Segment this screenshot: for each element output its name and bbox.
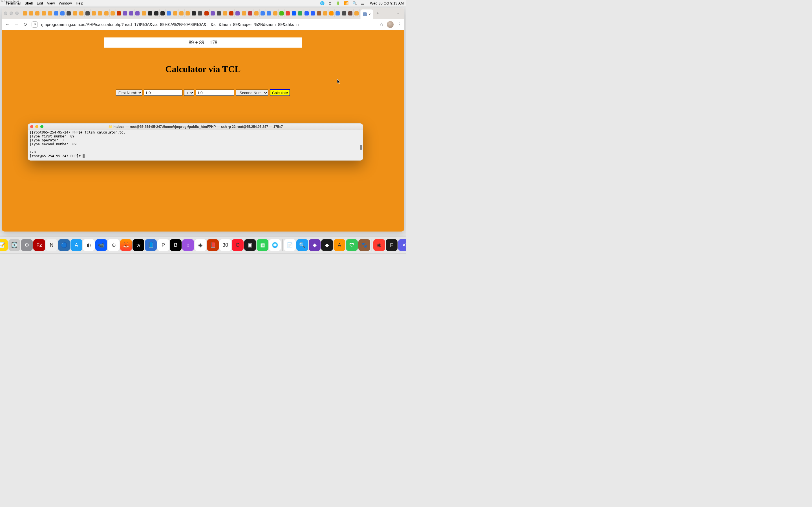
dock-app18[interactable]: ◉ (373, 239, 385, 251)
dock-app6[interactable]: 📘 (145, 239, 157, 251)
background-tab[interactable] (203, 9, 209, 17)
background-tab[interactable] (135, 9, 141, 17)
second-number-input[interactable] (196, 90, 234, 96)
datetime[interactable]: Wed 30 Oct 9:13 AM (370, 1, 404, 5)
dock-podcast[interactable]: 🎙 (182, 239, 194, 251)
close-icon[interactable] (4, 11, 7, 15)
background-tab[interactable] (222, 9, 229, 17)
terminal-scrollbar[interactable] (360, 145, 362, 150)
background-tab[interactable] (354, 9, 360, 17)
browser-menu-icon[interactable]: ⋮ (397, 22, 402, 27)
dock-app12[interactable]: 🔍 (296, 239, 308, 251)
dock-app13[interactable]: ◆ (309, 239, 320, 251)
dock-numbers[interactable]: ▦ (257, 239, 268, 251)
menu-shell[interactable]: Shell (24, 1, 33, 5)
background-tab[interactable] (53, 9, 59, 17)
background-tab[interactable] (97, 9, 103, 17)
maximize-icon[interactable] (15, 11, 18, 15)
second-number-label-select[interactable]: :Second Number (236, 90, 268, 96)
profile-avatar[interactable] (387, 21, 394, 28)
background-tab[interactable] (172, 9, 179, 17)
dock-notes[interactable]: 📝 (0, 239, 8, 251)
dock-app14[interactable]: ◆ (321, 239, 333, 251)
background-tab[interactable] (91, 9, 97, 17)
background-tab[interactable] (260, 9, 266, 17)
background-tab[interactable] (247, 9, 253, 17)
background-tab[interactable] (110, 9, 116, 17)
dock-app15[interactable]: A (334, 239, 345, 251)
first-number-label-select[interactable]: First Number: (116, 90, 142, 96)
background-tab[interactable] (72, 9, 79, 17)
background-tab[interactable] (347, 9, 354, 17)
dock-app16[interactable]: 🛡 (346, 239, 358, 251)
dock-firefox[interactable]: 🦊 (120, 239, 132, 251)
background-tab[interactable] (147, 9, 153, 17)
bookmark-star-icon[interactable]: ☆ (379, 22, 384, 27)
background-tab[interactable] (41, 9, 47, 17)
background-tab[interactable] (229, 9, 235, 17)
dock-textedit[interactable]: 📄 (284, 239, 296, 251)
spotlight-icon[interactable]: 🔍 (352, 1, 357, 5)
dock-appstore[interactable]: A (70, 239, 82, 251)
background-tab[interactable] (185, 9, 191, 17)
background-tab[interactable] (235, 9, 241, 17)
background-tab[interactable] (278, 9, 285, 17)
globe-icon[interactable]: 🌐 (320, 1, 324, 5)
background-tab[interactable] (335, 9, 341, 17)
dock-chrome[interactable]: 🌐 (269, 239, 281, 251)
minimize-icon[interactable] (10, 11, 13, 15)
tab-close-icon[interactable]: × (368, 12, 371, 16)
background-tab[interactable] (210, 9, 216, 17)
wifi-icon[interactable]: 📶 (344, 1, 349, 5)
dock-filezilla[interactable]: Fz (33, 239, 45, 251)
terminal-titlebar[interactable]: 📁 htdocs — root@65-254-95-247:/home/rjmp… (28, 124, 363, 130)
dock-app3[interactable]: 🔵 (58, 239, 70, 251)
menu-view[interactable]: View (47, 1, 55, 5)
menu-help[interactable]: Help (76, 1, 84, 5)
play-icon[interactable]: ⊙ (328, 1, 332, 5)
dock-opera[interactable]: O (232, 239, 244, 251)
background-tab[interactable] (285, 9, 291, 17)
background-tab[interactable] (191, 9, 197, 17)
dock-diskutil[interactable]: 💽 (8, 239, 20, 251)
background-tab[interactable] (197, 9, 203, 17)
background-tab[interactable] (166, 9, 172, 17)
background-tab[interactable] (128, 9, 135, 17)
dock-app10[interactable]: 📕 (207, 239, 219, 251)
url-field[interactable]: rjmprogramming.com.au/PHP/calculator.php… (41, 22, 376, 27)
background-tab[interactable] (66, 9, 72, 17)
background-tab[interactable] (322, 9, 328, 17)
active-tab[interactable]: × (360, 9, 373, 19)
background-tab[interactable] (316, 9, 322, 17)
dock-app4[interactable]: ◐ (83, 239, 95, 251)
background-tab[interactable] (79, 9, 85, 17)
background-tab[interactable] (47, 9, 53, 17)
background-tab[interactable] (291, 9, 297, 17)
background-tab[interactable] (116, 9, 122, 17)
new-tab-button[interactable]: + (374, 11, 382, 16)
dock-app7[interactable]: P (157, 239, 169, 251)
background-tab[interactable] (103, 9, 109, 17)
background-tab[interactable] (141, 9, 147, 17)
dock-app11[interactable]: ▣ (244, 239, 256, 251)
background-tab[interactable] (297, 9, 303, 17)
dock-app19[interactable]: F (386, 239, 398, 251)
operator-select[interactable]: + (184, 90, 194, 96)
background-tab[interactable] (22, 9, 28, 17)
calculate-button[interactable]: Calculate (270, 89, 290, 96)
site-info-icon[interactable]: ⚙ (32, 21, 38, 27)
window-controls[interactable] (4, 11, 18, 15)
background-tab[interactable] (303, 9, 310, 17)
menu-edit[interactable]: Edit (37, 1, 43, 5)
background-tab[interactable] (241, 9, 247, 17)
background-tab[interactable] (153, 9, 160, 17)
background-tab[interactable] (35, 9, 41, 17)
terminal-body[interactable]: [[root@65-254-95-247 PHP]# tclsh calcula… (28, 130, 363, 160)
background-tab[interactable] (310, 9, 316, 17)
background-tab[interactable] (253, 9, 260, 17)
forward-button[interactable]: → (13, 22, 19, 27)
background-tab[interactable] (216, 9, 222, 17)
background-tab[interactable] (160, 9, 166, 17)
tabs-dropdown[interactable]: ⌄ (394, 11, 402, 15)
background-tab[interactable] (272, 9, 278, 17)
